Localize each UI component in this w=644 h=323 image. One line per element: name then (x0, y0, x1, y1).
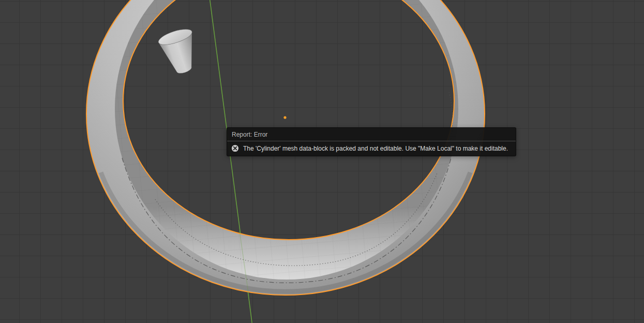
cylinder-mesh[interactable] (157, 26, 203, 78)
report-body: The 'Cylinder' mesh data-block is packed… (227, 141, 516, 156)
object-origin-dot (283, 116, 286, 119)
error-circle-x-icon (231, 144, 239, 152)
report-message: The 'Cylinder' mesh data-block is packed… (243, 145, 508, 152)
report-title: Report: Error (227, 128, 516, 141)
error-report-popup: Report: Error The 'Cylinder' mesh data-b… (227, 127, 516, 156)
3d-viewport[interactable]: Report: Error The 'Cylinder' mesh data-b… (0, 0, 644, 323)
viewport-scene (0, 0, 644, 323)
blender-window: { "viewport": { "background_color": "#3e… (0, 0, 644, 323)
